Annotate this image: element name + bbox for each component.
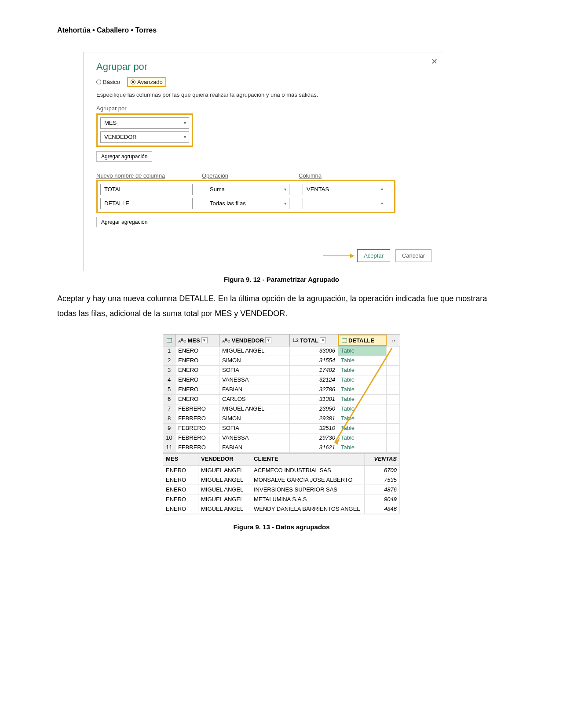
table-row[interactable]: 6ENEROCARLOS31301Table: [163, 395, 400, 404]
table-row[interactable]: 10FEBREROVANESSA29730Table: [163, 433, 400, 443]
arrow-icon: [323, 255, 354, 256]
cell-vendedor: VANESSA: [219, 375, 290, 385]
detail-cell-vendedor: MIGUEL ANGEL: [198, 475, 251, 484]
aggregation-headers: Nuevo nombre de columna Operación Column…: [96, 172, 431, 179]
detail-header-mes: MES: [163, 454, 198, 465]
row-number: 6: [163, 395, 175, 404]
group-field-2-select[interactable]: VENDEDOR: [100, 131, 189, 143]
detail-cell-ventas: 4876: [365, 485, 400, 494]
cell-expand: [387, 404, 400, 414]
detail-cell-cliente: ACEMECO INDUSTRIAL SAS: [251, 466, 365, 475]
column-header-detalle[interactable]: DETALLE: [338, 335, 387, 346]
cell-expand: [387, 414, 400, 423]
radio-advanced[interactable]: Avanzado: [127, 77, 166, 87]
accept-button[interactable]: Aceptar: [357, 249, 390, 262]
agg-col-select[interactable]: VENTAS: [303, 184, 386, 195]
cell-expand: [387, 395, 400, 404]
detail-cell-vendedor: MIGUEL ANGEL: [198, 485, 251, 494]
table-corner-icon[interactable]: [163, 335, 175, 346]
authors-line: Atehortúa • Caballero • Torres: [57, 26, 506, 34]
agg-name-input[interactable]: DETALLE: [100, 198, 193, 209]
cell-vendedor: SIMON: [219, 356, 290, 365]
radio-basic[interactable]: Básico: [96, 79, 120, 85]
column-header-total[interactable]: 1.2 TOTAL ▾: [290, 335, 338, 346]
group-by-dialog: ✕ Agrupar por Básico Avanzado Especifiqu…: [84, 52, 444, 271]
cell-vendedor: SIMON: [219, 414, 290, 423]
cell-total: 31301: [290, 395, 338, 404]
col-newname-label: Nuevo nombre de columna: [96, 172, 189, 179]
body-paragraph: Aceptar y hay una nueva columna DETALLE.…: [57, 291, 506, 321]
row-number: 4: [163, 375, 175, 385]
close-icon[interactable]: ✕: [431, 57, 438, 66]
filter-dropdown-icon[interactable]: ▾: [320, 337, 326, 343]
cell-detalle[interactable]: Table: [338, 346, 387, 356]
cell-vendedor: VANESSA: [219, 433, 290, 443]
add-grouping-button[interactable]: Agregar agrupación: [96, 151, 152, 162]
detail-row: ENEROMIGUEL ANGELMONSALVE GARCIA JOSE AL…: [163, 475, 400, 485]
table-row[interactable]: 7FEBREROMIGUEL ANGEL23950Table: [163, 404, 400, 414]
cell-detalle[interactable]: Table: [338, 414, 387, 423]
detail-preview-table: MES VENDEDOR CLIENTE VENTAS ENEROMIGUEL …: [163, 453, 400, 514]
table-row[interactable]: 5ENEROFABIAN32786Table: [163, 385, 400, 395]
header-total-label: TOTAL: [300, 337, 318, 344]
cell-vendedor: FABIAN: [219, 385, 290, 394]
radio-advanced-label: Avanzado: [137, 79, 163, 85]
group-field-1-select[interactable]: MES: [100, 117, 189, 129]
table-row[interactable]: 9FEBREROSOFIA32510Table: [163, 424, 400, 433]
detail-cell-mes: ENERO: [163, 485, 198, 494]
detail-cell-mes: ENERO: [163, 475, 198, 484]
cell-detalle[interactable]: Table: [338, 356, 387, 365]
agg-name-input[interactable]: TOTAL: [100, 184, 193, 195]
cell-total: 29730: [290, 433, 338, 443]
table-row[interactable]: 1ENEROMIGUEL ANGEL33006Table: [163, 346, 400, 356]
cell-detalle[interactable]: Table: [338, 424, 387, 433]
aggregation-row: DETALLE Todas las filas: [100, 198, 391, 209]
table-row[interactable]: 2ENEROSIMON31554Table: [163, 356, 400, 366]
cell-detalle[interactable]: Table: [338, 443, 387, 452]
column-header-mes[interactable]: ABC MES ▾: [175, 335, 219, 346]
header-ven-label: VENDEDOR: [231, 337, 264, 344]
expand-column-button[interactable]: ↔: [387, 335, 400, 346]
aggregation-row: TOTAL Suma VENTAS: [100, 184, 391, 195]
table-row[interactable]: 8FEBREROSIMON29381Table: [163, 414, 400, 424]
cell-vendedor: SOFIA: [219, 424, 290, 433]
cell-vendedor: MIGUEL ANGEL: [219, 346, 290, 356]
cell-total: 33006: [290, 346, 338, 356]
cell-total: 31621: [290, 443, 338, 452]
filter-dropdown-icon[interactable]: ▾: [201, 337, 208, 343]
table-row[interactable]: 4ENEROVANESSA32124Table: [163, 375, 400, 385]
cancel-button[interactable]: Cancelar: [395, 249, 431, 262]
column-header-vendedor[interactable]: ABC VENDEDOR ▾: [219, 335, 290, 346]
aggregation-highlight: TOTAL Suma VENTAS DETALLE Todas las fila…: [96, 180, 395, 213]
cell-detalle[interactable]: Table: [338, 433, 387, 443]
cell-mes: FEBRERO: [175, 424, 219, 433]
filter-dropdown-icon[interactable]: ▾: [265, 337, 271, 343]
detail-header-cliente: CLIENTE: [251, 454, 365, 465]
cell-detalle[interactable]: Table: [338, 385, 387, 394]
col-column-label: Columna: [299, 172, 382, 179]
detail-row: ENEROMIGUEL ANGELINVERSIONES SUPERIOR SA…: [163, 485, 400, 495]
cell-expand: [387, 433, 400, 443]
agg-op-select[interactable]: Suma: [206, 184, 289, 195]
row-number: 1: [163, 346, 175, 356]
agg-col-select[interactable]: [303, 198, 386, 209]
cell-total: 23950: [290, 404, 338, 414]
cell-mes: FEBRERO: [175, 443, 219, 452]
agg-op-select[interactable]: Todas las filas: [206, 198, 289, 209]
cell-detalle[interactable]: Table: [338, 375, 387, 385]
cell-detalle[interactable]: Table: [338, 366, 387, 375]
table-row[interactable]: 3ENEROSOFIA17402Table: [163, 366, 400, 375]
cell-vendedor: MIGUEL ANGEL: [219, 404, 290, 414]
row-number: 7: [163, 404, 175, 414]
table-row[interactable]: 11FEBREROFABIAN31621Table: [163, 443, 400, 453]
radio-basic-label: Básico: [103, 79, 120, 85]
cell-expand: [387, 443, 400, 452]
col-operation-label: Operación: [202, 172, 285, 179]
cell-detalle[interactable]: Table: [338, 404, 387, 414]
cell-detalle[interactable]: Table: [338, 395, 387, 404]
add-aggregation-button[interactable]: Agregar agregación: [96, 217, 152, 227]
row-number: 11: [163, 443, 175, 452]
cell-mes: FEBRERO: [175, 433, 219, 443]
dialog-description: Especifique las columnas por las que qui…: [96, 91, 431, 98]
cell-expand: [387, 356, 400, 365]
